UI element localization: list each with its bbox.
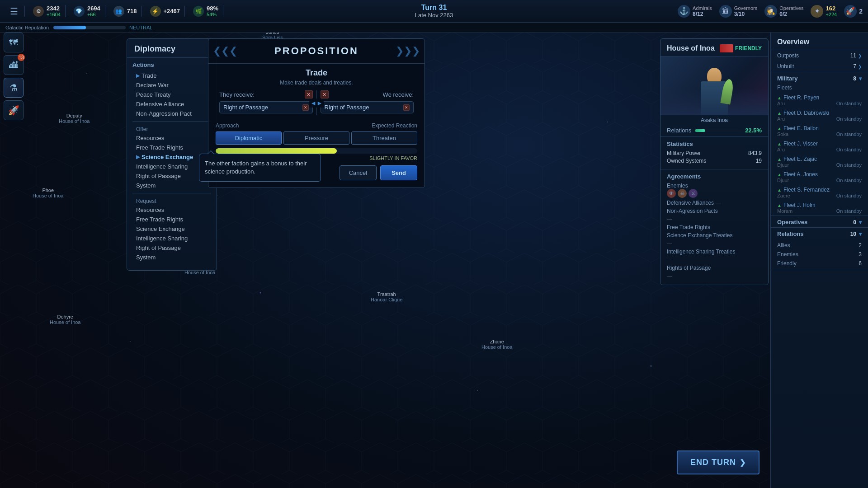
resource-empire[interactable]: ⚙ 2342 +1604: [28, 5, 66, 17]
operatives-header[interactable]: Operatives 0 ▾: [771, 216, 868, 227]
request-free-trade[interactable]: Free Trade Rights: [132, 215, 211, 224]
request-passage[interactable]: Right of Passage: [132, 243, 211, 253]
unbuilt-row[interactable]: Unbuilt 7 ❯: [771, 61, 868, 72]
fleet-item-1[interactable]: ▲ Fleet R. Payen Aru On standby: [771, 93, 868, 108]
reaction-bar-track: [216, 148, 417, 154]
fleet-status-1: On standby: [836, 101, 862, 106]
non-aggression-row: Non-Agression Pacts: [667, 208, 762, 214]
fleet-triangle-2: ▲: [777, 111, 782, 116]
nav-ship-button[interactable]: 🚀: [4, 100, 24, 120]
governors-group[interactable]: 🏛 Governors 3/10: [719, 5, 757, 18]
enemies-overview-row[interactable]: Enemies 3: [771, 250, 868, 259]
admirals-group[interactable]: ⚓ Admirals 8/12: [678, 5, 712, 18]
allies-label: Allies: [777, 242, 790, 249]
fleet-triangle-6: ▲: [777, 172, 782, 177]
prop-arrows-right: ❯❯❯: [396, 45, 420, 57]
we-receive-item-remove[interactable]: ✕: [403, 104, 410, 111]
resource-food[interactable]: 🌿 98% 54%: [189, 5, 223, 17]
offer-free-trade[interactable]: Free Trade Rights: [132, 143, 211, 152]
leader-name: Asaka Inoa: [660, 115, 768, 124]
menu-button[interactable]: ☰: [10, 6, 18, 17]
relations-overview-toggle[interactable]: ▾: [859, 231, 862, 237]
offer-header: Offer: [132, 124, 211, 133]
approach-diplomatic[interactable]: Diplomatic: [216, 131, 282, 145]
outposts-label: Outposts: [777, 52, 799, 59]
cancel-button[interactable]: Cancel: [340, 165, 377, 180]
military-toggle[interactable]: ▾: [859, 75, 862, 82]
outposts-arrow: ❯: [858, 53, 862, 58]
we-receive-label: We receive:: [383, 91, 414, 98]
nav-map-button[interactable]: 🗺: [4, 33, 24, 52]
request-science[interactable]: Science Exchange: [132, 224, 211, 234]
fleet-item-2[interactable]: ▲ Fleet D. Dabrowski Aru On standby: [771, 108, 868, 123]
ships-icon: 🚀: [844, 5, 857, 18]
agreements-section: Agreements Enemies 👁 ☠ ⚔ Defensive Allia…: [660, 169, 768, 285]
offer-system[interactable]: System: [132, 181, 211, 190]
map-label-deputy: Deputy House of Inoa: [59, 113, 90, 124]
friendly-count: 6: [859, 260, 862, 267]
action-trade[interactable]: ▶ Trade: [132, 71, 211, 80]
we-receive-item: Right of Passage ✕: [321, 101, 414, 113]
action-peace-treaty[interactable]: Peace Treaty: [132, 90, 211, 99]
they-receive-item-remove[interactable]: ✕: [302, 104, 309, 111]
operatives-group[interactable]: 🕵 Operatives 0/2: [764, 5, 803, 18]
overview-panel: Overview Outposts 11 ❯ Unbuilt 7 ❯ Milit…: [770, 33, 868, 488]
food-delta: 54%: [207, 12, 218, 17]
fleet-item-7[interactable]: ▲ Fleet S. Fernandez Zaere On standby: [771, 185, 868, 200]
request-intel[interactable]: Intelligence Sharing: [132, 234, 211, 243]
outposts-row[interactable]: Outposts 11 ❯: [771, 50, 868, 61]
allies-row[interactable]: Allies 2: [771, 241, 868, 250]
approach-buttons: Diplomatic Pressure Threaten: [216, 131, 417, 145]
approach-threaten[interactable]: Threaten: [351, 131, 417, 145]
relations-row: Relations 22.5%: [660, 124, 768, 137]
influence-group[interactable]: ✦ 162 +224: [811, 5, 837, 18]
friendly-row[interactable]: Friendly 6: [771, 259, 868, 268]
left-nav: 🗺 🏙 13 ⚗ 🚀: [4, 33, 24, 120]
fleet-item-3[interactable]: ▲ Fleet E. Bailon Soka On standby: [771, 123, 868, 139]
nav-colony-button[interactable]: 🏙 13: [4, 55, 24, 75]
passage-row: Rights of Passage: [667, 265, 762, 271]
approach-pressure[interactable]: Pressure: [283, 131, 349, 145]
resource-energy[interactable]: ⚡ +2467: [146, 6, 185, 17]
military-header[interactable]: Military 8 ▾: [771, 72, 868, 84]
action-non-aggression[interactable]: Non-Aggression Pact: [132, 109, 211, 118]
diplomacy-title: Diplomacy: [127, 39, 217, 58]
action-defensive-alliance[interactable]: Defensive Alliance: [132, 99, 211, 109]
turn-info: Turn 31 Late Nov 2263: [415, 3, 453, 19]
fleet-item-8[interactable]: ▲ Fleet J. Holm Moram On standby: [771, 200, 868, 216]
military-power-label: Military Power: [667, 150, 701, 156]
faction-status: FRIENDLY: [735, 45, 762, 52]
date-label: Late Nov 2263: [415, 12, 453, 19]
operatives-toggle[interactable]: ▾: [859, 219, 862, 225]
trade-subtitle: Make trade deals and treaties.: [216, 80, 417, 86]
enemies-row: Enemies 👁 ☠ ⚔: [667, 183, 762, 198]
offer-resources[interactable]: Resources: [132, 133, 211, 143]
they-receive-close[interactable]: ✕: [305, 90, 313, 99]
fleet-item-6[interactable]: ▲ Fleet A. Jones Djuur On standby: [771, 169, 868, 185]
empire-icon: ⚙: [33, 6, 44, 17]
ships-group[interactable]: 🚀 2: [844, 5, 863, 18]
faction-stats: Statistics Military Power 843.9 Owned Sy…: [660, 137, 768, 169]
nav-research-button[interactable]: ⚗: [4, 78, 24, 98]
approach-label: Approach: [216, 122, 239, 129]
request-resources[interactable]: Resources: [132, 205, 211, 215]
fleet-name-8: ▲ Fleet J. Holm: [777, 202, 862, 208]
we-receive-close[interactable]: ✕: [321, 90, 329, 99]
we-receive-col: ✕ We receive: Right of Passage ✕: [317, 90, 418, 115]
fleet-name-4: ▲ Fleet J. Visser: [777, 141, 862, 147]
resource-pop[interactable]: 👥 718: [109, 6, 142, 17]
unbuilt-label: Unbuilt: [777, 63, 794, 70]
fleet-triangle-8: ▲: [777, 203, 782, 208]
resource-dust[interactable]: 💎 2694 +66: [69, 5, 105, 17]
colony-badge: 13: [18, 54, 25, 61]
fleet-item-4[interactable]: ▲ Fleet J. Visser Aru On standby: [771, 139, 868, 154]
relations-overview-header[interactable]: Relations 10 ▾: [771, 228, 868, 239]
faction-panel: House of Inoa FRIENDLY Asaka Inoa Relati…: [660, 38, 769, 285]
fleet-item-5[interactable]: ▲ Fleet E. Zajac Djuur On standby: [771, 154, 868, 169]
fleet-loc-1: Aru: [777, 101, 785, 106]
action-declare-war[interactable]: Declare War: [132, 80, 211, 90]
trade-title: Trade: [216, 68, 417, 78]
end-turn-button[interactable]: END TURN: [677, 450, 760, 474]
send-button[interactable]: Send: [380, 165, 417, 180]
request-system[interactable]: System: [132, 253, 211, 262]
